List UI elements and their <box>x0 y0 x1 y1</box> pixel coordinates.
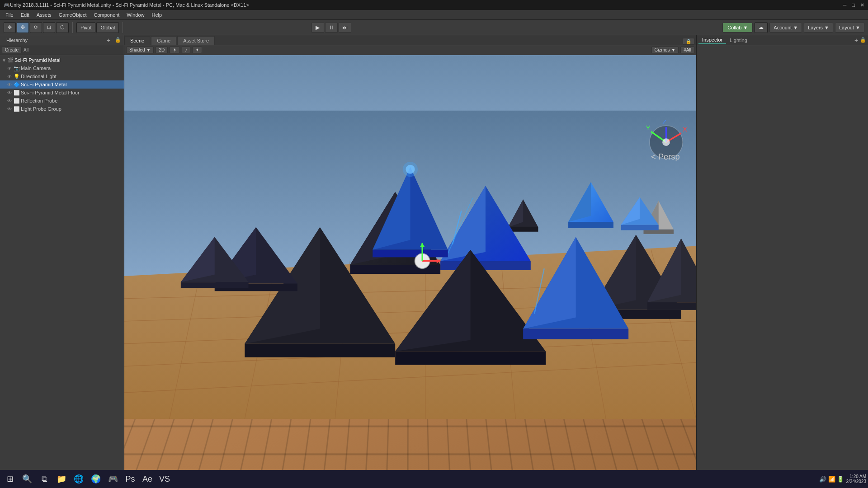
step-btn[interactable]: ⏭ <box>339 23 351 33</box>
taskbar: ⊞ 🔍 ⧉ 📁 🌐 🌍 🎮 Ps Ae VS 🔊 📶 🔋 1:20 AM 2/2… <box>0 470 868 488</box>
eye-icon-4: 👁 <box>7 90 12 95</box>
layout-btn[interactable]: Layout ▼ <box>835 23 864 33</box>
shading-btn[interactable]: Shaded ▼ <box>126 47 154 53</box>
menu-assets[interactable]: Assets <box>33 11 55 19</box>
eye-icon-6: 👁 <box>7 107 12 112</box>
fx-btn[interactable]: ✦ <box>192 47 202 53</box>
main-layout: Hierarchy + 🔒 Create All ▼ 🎬 Sci-Fi Pyra… <box>0 35 868 474</box>
lighting-btn[interactable]: ☀ <box>170 47 180 53</box>
transform-tools: ✥ ✤ ⟳ ⊡ ⬡ <box>4 22 69 33</box>
window-title: Unity 2018.3.11f1 - Sci-Fi Pyramid Metal… <box>10 2 249 8</box>
inspector-plus-btn[interactable]: + <box>853 37 860 44</box>
hierarchy-lock-icon: 🔒 <box>115 37 121 43</box>
tab-game[interactable]: Game <box>151 36 176 45</box>
svg-rect-36 <box>245 344 395 357</box>
svg-rect-25 <box>621 225 659 230</box>
rect-tool[interactable]: ⬡ <box>56 22 69 33</box>
reflect-icon: ⬜ <box>14 98 20 104</box>
hierarchy-pyramid-metal[interactable]: 👁 🔷 Sci-Fi Pyramid Metal <box>0 80 124 89</box>
hierarchy-toolbar: Create All <box>0 45 124 55</box>
ae-btn[interactable]: Ae <box>139 471 156 487</box>
minimize-btn[interactable]: ─ <box>843 2 847 8</box>
edge-btn[interactable]: 🌐 <box>71 471 87 487</box>
menu-window[interactable]: Window <box>123 11 148 19</box>
pivot-label: Pivot <box>80 25 91 30</box>
tab-asset-store[interactable]: Asset Store <box>177 36 215 45</box>
probe-icon: ⬜ <box>14 106 20 112</box>
toolbar-right: Collab ▼ ☁ Account ▼ Layers ▼ Layout ▼ <box>722 22 864 33</box>
tab-lighting[interactable]: Lighting <box>726 37 751 44</box>
taskbar-icons: 🔊 📶 🔋 <box>819 476 844 483</box>
pivot-group: Pivot Global <box>76 22 119 33</box>
separator-2 <box>123 22 123 33</box>
chrome-btn[interactable]: 🌍 <box>88 471 104 487</box>
hierarchy-floor[interactable]: 👁 ⬜ Sci-Fi Pyramid Metal Floor <box>0 89 124 97</box>
cloud-btn[interactable]: ☁ <box>755 22 768 33</box>
menu-file[interactable]: File <box>2 11 17 19</box>
layers-btn[interactable]: Layers ▼ <box>804 23 833 33</box>
start-btn[interactable]: ⊞ <box>2 471 18 487</box>
scene-root[interactable]: ▼ 🎬 Sci-Fi Pyramid Metal <box>0 56 124 64</box>
2d-btn[interactable]: 2D <box>156 47 168 53</box>
svg-point-60 <box>403 162 418 177</box>
svg-rect-51 <box>647 302 696 310</box>
inspector-lock-icon: 🔒 <box>860 37 866 43</box>
menu-component[interactable]: Component <box>90 11 123 19</box>
all-btn[interactable]: #All <box>680 47 694 53</box>
floor-icon: ⬜ <box>14 90 20 96</box>
tab-scene[interactable]: Scene <box>124 36 150 45</box>
rotate-tool[interactable]: ⟳ <box>30 22 42 33</box>
hierarchy-header: Hierarchy + 🔒 <box>0 35 124 45</box>
play-btn[interactable]: ▶ <box>311 23 324 33</box>
svg-rect-39 <box>395 351 546 365</box>
layers-label: Layers ▼ <box>808 25 829 30</box>
create-btn[interactable]: Create <box>2 47 22 53</box>
menu-bar: File Edit Assets GameObject Component Wi… <box>0 10 868 20</box>
pivot-btn[interactable]: Pivot <box>76 22 95 33</box>
explorer-btn[interactable]: 📁 <box>53 471 70 487</box>
hierarchy-reflection[interactable]: 👁 ⬜ Reflection Probe <box>0 97 124 105</box>
center-area: Scene Game Asset Store 🔒 Shaded ▼ 2D ☀ ♪… <box>124 35 696 474</box>
hierarchy-light-probe[interactable]: 👁 ⬜ Light Probe Group <box>0 105 124 113</box>
scene-lock-btn[interactable]: 🔒 <box>683 38 694 45</box>
inspector-content <box>697 45 868 474</box>
clock-date: 2/24/2023 <box>846 479 867 484</box>
scale-tool[interactable]: ⊡ <box>43 22 55 33</box>
unity-taskbar-btn[interactable]: 🎮 <box>105 471 121 487</box>
pause-btn[interactable]: ⏸ <box>325 23 338 33</box>
photoshop-btn[interactable]: Ps <box>122 471 138 487</box>
menu-edit[interactable]: Edit <box>17 11 33 19</box>
task-view-btn[interactable]: ⧉ <box>36 471 52 487</box>
visual-studio-btn[interactable]: VS <box>156 471 173 487</box>
global-btn[interactable]: Global <box>96 22 119 33</box>
hierarchy-plus-btn[interactable]: + <box>105 37 112 44</box>
svg-rect-58 <box>373 250 448 258</box>
taskbar-clock[interactable]: 1:20 AM 2/24/2023 <box>846 474 867 484</box>
floor-label: Sci-Fi Pyramid Metal Floor <box>21 90 80 95</box>
menu-gameobject[interactable]: GameObject <box>55 11 90 19</box>
pyramid-label: Sci-Fi Pyramid Metal <box>21 82 66 87</box>
hierarchy-tab[interactable]: Hierarchy <box>3 37 31 44</box>
shading-label: Shaded <box>129 47 145 52</box>
collab-btn[interactable]: Collab ▼ <box>722 23 753 33</box>
svg-rect-19 <box>568 222 613 228</box>
scene-viewport[interactable]: X Y Z < Persp <box>124 55 696 474</box>
close-btn[interactable]: ✕ <box>860 2 864 8</box>
menu-help[interactable]: Help <box>148 11 165 19</box>
hierarchy-main-camera[interactable]: 👁 📷 Main Camera <box>0 64 124 72</box>
hierarchy-dir-light[interactable]: 👁 💡 Directional Light <box>0 72 124 80</box>
account-btn[interactable]: Account ▼ <box>769 23 802 33</box>
gizmos-btn[interactable]: Gizmos ▼ <box>651 47 679 53</box>
all-label: All <box>24 47 28 52</box>
hand-tool[interactable]: ✥ <box>4 22 16 33</box>
tab-inspector[interactable]: Inspector <box>698 36 726 44</box>
audio-btn[interactable]: ♪ <box>182 47 190 53</box>
svg-rect-28 <box>440 261 531 270</box>
light-icon: 💡 <box>14 74 20 80</box>
maximize-btn[interactable]: □ <box>852 2 855 8</box>
eye-icon: 👁 <box>7 66 12 71</box>
move-tool[interactable]: ✤ <box>17 22 29 33</box>
camera-icon: 📷 <box>14 66 20 71</box>
search-taskbar-btn[interactable]: 🔍 <box>19 471 35 487</box>
taskbar-right: 🔊 📶 🔋 1:20 AM 2/24/2023 <box>819 474 866 484</box>
